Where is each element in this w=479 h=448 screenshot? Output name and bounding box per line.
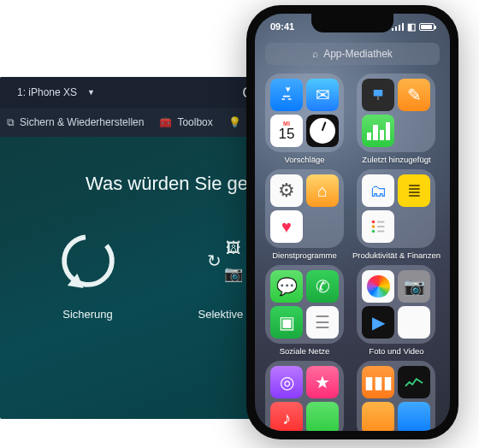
photos-icon bbox=[362, 270, 394, 303]
calendar-icon: MI 15 bbox=[270, 115, 303, 147]
contacts-icon: ☰ bbox=[306, 306, 339, 339]
bulb-icon: 💡 bbox=[228, 116, 241, 128]
mini-folder-icon bbox=[398, 210, 430, 243]
home-icon: ⌂ bbox=[306, 174, 339, 207]
device-icon: ⧉ bbox=[7, 116, 15, 128]
appstore-icon bbox=[270, 79, 303, 111]
books-icon: ▮▮▮ bbox=[362, 366, 394, 398]
tab-label: Sichern & Wiederherstellen bbox=[20, 116, 144, 128]
folder-photo-video[interactable]: 📷 ▶ Foto und Video bbox=[352, 265, 441, 356]
search-placeholder: App-Mediathek bbox=[323, 48, 393, 60]
device-selector-label: 1: iPhone XS bbox=[17, 86, 77, 98]
phone-app-icon: ✆ bbox=[306, 270, 339, 303]
action-label: Sicherung bbox=[28, 308, 148, 321]
phone-mockup: 09:41 ◧ ⌕ App-Mediathek ✉︎ MI 15 bbox=[246, 5, 458, 439]
settings-icon: ⚙︎ bbox=[270, 174, 303, 207]
folder-social[interactable]: 💬 ✆ ▣ ☰ Soziale Netze bbox=[265, 265, 344, 356]
device-selector[interactable]: 1: iPhone XS ▼ bbox=[10, 83, 102, 102]
mini-folder-icon bbox=[398, 115, 430, 147]
tab-label: Toolbox bbox=[177, 116, 212, 128]
podcasts-icon: ◎ bbox=[270, 366, 303, 398]
files-icon: 🗂 bbox=[362, 174, 394, 207]
camera-icon: 📷 bbox=[222, 262, 245, 285]
folder-label: Dienstprogramme bbox=[272, 251, 337, 260]
mail-icon: ✉︎ bbox=[306, 79, 339, 111]
chevron-down-icon: ▼ bbox=[87, 88, 95, 97]
camera-app-icon: 📷 bbox=[398, 270, 430, 303]
refresh-icon bbox=[28, 222, 148, 299]
health-icon: ♥ bbox=[270, 210, 303, 243]
folder-label: Foto und Video bbox=[369, 346, 423, 356]
folder-utilities[interactable]: ⚙︎ ⌂ ♥ Dienstprogramme bbox=[265, 169, 344, 260]
messages-icon: 💬 bbox=[270, 270, 303, 303]
search-field[interactable]: ⌕ App-Mediathek bbox=[265, 43, 440, 65]
folder-label: Produktivität & Finanzen bbox=[352, 251, 441, 260]
photo-icon: 🖼 bbox=[222, 237, 245, 259]
svg-point-0 bbox=[54, 227, 121, 295]
svg-point-6 bbox=[372, 230, 376, 233]
notes-icon: ≣ bbox=[398, 174, 430, 207]
reminders-icon bbox=[362, 210, 394, 243]
stocks-icon bbox=[398, 366, 430, 398]
clock-icon bbox=[306, 115, 339, 147]
search-icon: ⌕ bbox=[312, 48, 318, 60]
misc-app-icon bbox=[306, 402, 339, 431]
svg-rect-2 bbox=[374, 90, 383, 97]
misc-app-icon bbox=[398, 402, 430, 431]
blank-app-icon bbox=[398, 306, 430, 339]
folder-label: Zuletzt hinzugefügt bbox=[362, 155, 430, 164]
music-icon: ♪ bbox=[270, 402, 303, 431]
keynote-icon bbox=[362, 79, 394, 111]
folder-label: Vorschläge bbox=[284, 155, 324, 164]
folder-suggestions[interactable]: ✉︎ MI 15 Vorschläge bbox=[265, 74, 344, 164]
tab-backup-restore[interactable]: ⧉ Sichern & Wiederherstellen bbox=[7, 116, 144, 128]
app-library: ✉︎ MI 15 Vorschläge ✎ bbox=[255, 70, 450, 431]
wifi-icon: ◧ bbox=[407, 21, 416, 32]
svg-point-4 bbox=[372, 221, 376, 224]
mini-folder-icon bbox=[306, 210, 339, 243]
svg-point-5 bbox=[372, 225, 376, 228]
status-time: 09:41 bbox=[270, 21, 294, 32]
itunes-icon: ★ bbox=[306, 366, 339, 398]
svg-rect-3 bbox=[378, 97, 380, 101]
toolbox-icon: 🧰 bbox=[159, 116, 172, 128]
pages-icon: ✎ bbox=[398, 79, 430, 111]
phone-screen: 09:41 ◧ ⌕ App-Mediathek ✉︎ MI 15 bbox=[255, 14, 450, 431]
folder-reading[interactable]: ▮▮▮ bbox=[352, 361, 441, 431]
signal-icon bbox=[392, 23, 404, 31]
numbers-icon bbox=[362, 115, 394, 147]
folder-label: Soziale Netze bbox=[280, 346, 330, 356]
misc-app-icon bbox=[362, 402, 394, 431]
tab-toolbox[interactable]: 🧰 Toolbox bbox=[159, 116, 212, 128]
folder-recent[interactable]: ✎ Zuletzt hinzugefügt bbox=[352, 74, 441, 164]
folder-productivity[interactable]: 🗂 ≣ Produktivität & Finanzen bbox=[352, 169, 441, 260]
facetime-icon: ▣ bbox=[270, 306, 303, 339]
status-bar: 09:41 ◧ bbox=[255, 14, 450, 34]
battery-icon bbox=[419, 23, 435, 31]
action-backup[interactable]: Sicherung bbox=[28, 222, 148, 321]
folder-entertainment[interactable]: ◎ ★ ♪ bbox=[265, 361, 344, 431]
tv-icon: ▶ bbox=[362, 306, 394, 339]
